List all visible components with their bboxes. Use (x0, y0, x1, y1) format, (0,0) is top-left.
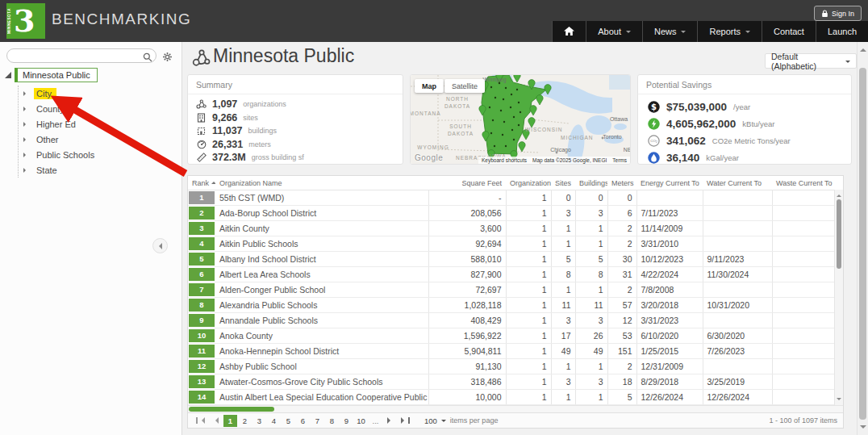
search-icon[interactable] (143, 51, 152, 65)
sidebar: Minnesota Public City County Higher Ed O… (0, 42, 182, 435)
cell-water-current-to: 10/31/2020 (703, 298, 772, 313)
cell-sites: 3 (551, 206, 575, 221)
savings-carbon-value: 341,062 (666, 135, 706, 147)
cell-meters: 12 (607, 313, 636, 328)
scroll-down-arrow[interactable] (837, 398, 841, 403)
map-button[interactable]: Map (415, 79, 444, 93)
terms-link[interactable]: Terms (612, 157, 627, 163)
table-row[interactable]: 10 Anoka County 1,596,922 1 17 26 53 6/1… (188, 328, 835, 344)
col-waste-current-to[interactable]: Waste Current To (772, 176, 835, 190)
google-logo[interactable]: Google (415, 153, 443, 162)
nav-item[interactable]: Reports (697, 21, 762, 42)
map-canvas[interactable]: Winnipeg MONTANA NORTH DAKOTA SOUTH DAKO… (411, 75, 630, 164)
nav-item[interactable]: About (586, 21, 642, 42)
nav-home[interactable] (552, 21, 586, 42)
summary-organizations-unit: organizations (243, 100, 286, 108)
co2-icon: CO2 (648, 135, 660, 147)
rank-badge: 5 (189, 253, 215, 266)
table-row[interactable]: 2 Ada-Borup School District 208,056 1 3 … (188, 206, 835, 221)
meters-icon (196, 140, 207, 149)
next-page-button[interactable] (385, 417, 396, 424)
nav-item[interactable]: Launch (816, 21, 868, 42)
nav-items: About News Reports Contact Launch (586, 21, 868, 42)
chevron-right-icon (23, 107, 28, 111)
table-row[interactable]: 13 Atwater-Cosmos-Grove City Public Scho… (188, 374, 835, 390)
tree-item[interactable]: Other (19, 132, 99, 147)
cell-water-current-to: 3/25/2019 (703, 374, 772, 390)
cell-organizations: 1 (506, 374, 551, 390)
page-number[interactable]: 2 (238, 415, 252, 427)
page-size-value: 100 (424, 416, 437, 425)
tree-item-label: Public Schools (34, 149, 99, 161)
cell-water-current-to: 12/26/2024 (703, 390, 772, 405)
table-row[interactable]: 12 Ashby Public School 91,130 1 1 1 2 12… (188, 359, 835, 374)
nav-item[interactable]: News (642, 21, 698, 42)
tree-item[interactable]: State (19, 162, 99, 178)
page-number[interactable]: 10 (354, 415, 368, 427)
page-number[interactable]: 3 (252, 415, 266, 427)
previous-page-button[interactable] (210, 417, 221, 424)
scroll-up-arrow[interactable] (837, 192, 841, 197)
page-number[interactable]: 6 (296, 415, 310, 427)
page-number[interactable]: 5 (282, 415, 295, 427)
vertical-scroll-thumb[interactable] (837, 199, 841, 269)
page-number[interactable]: 8 (325, 415, 339, 427)
page-scroll-up-arrow[interactable] (860, 45, 866, 52)
page-scroll-down-arrow[interactable] (860, 425, 866, 432)
col-organization-name[interactable]: Organization Name (215, 176, 428, 190)
table-row[interactable]: 6 Albert Lea Area Schools 827,900 1 8 8 … (188, 267, 835, 282)
first-page-button[interactable] (194, 417, 207, 424)
col-square-feet[interactable]: Square Feet (428, 176, 506, 190)
cell-energy-current-to (636, 190, 703, 206)
cell-organizations: 1 (506, 328, 551, 344)
table-row[interactable]: 14 Austin Albert Lea Special Education C… (188, 390, 835, 405)
horizontal-scroll-thumb[interactable] (189, 407, 274, 412)
table-row[interactable]: 8 Alexandria Public Schools 1,028,118 1 … (188, 298, 835, 313)
page-size-dropdown[interactable]: 100 (424, 416, 446, 425)
col-meters[interactable]: Meters (607, 176, 636, 190)
gear-icon[interactable] (162, 51, 173, 65)
tree-item[interactable]: Higher Ed (19, 116, 99, 132)
table-row[interactable]: 9 Annandale Public Schools 408,429 1 3 3… (188, 313, 835, 328)
last-page-button[interactable] (399, 417, 412, 424)
col-sites[interactable]: Sites (551, 176, 575, 190)
satellite-button[interactable]: Satellite (444, 79, 485, 93)
cell-organization-name: Aitkin County (215, 221, 428, 236)
page-number[interactable]: 7 (311, 415, 324, 427)
grid-vertical-scrollbar[interactable] (834, 190, 843, 405)
cell-organization-name: Ashby Public School (215, 359, 428, 374)
page-number[interactable]: ... (369, 415, 382, 427)
cell-meters: 2 (607, 359, 636, 374)
page-number[interactable]: 1 (223, 415, 237, 427)
cell-water-current-to (703, 313, 772, 328)
nav-item[interactable]: Contact (762, 21, 816, 42)
b3-logo[interactable]: MINNESOTA 3 (6, 3, 45, 39)
page-scroll-thumb[interactable] (859, 68, 866, 420)
sign-in-button[interactable]: Sign In (814, 6, 862, 21)
table-row[interactable]: 4 Aitkin Public Schools 92,694 1 1 1 2 3… (188, 236, 835, 252)
sidebar-collapse-handle[interactable] (152, 238, 168, 253)
tree-item[interactable]: City (19, 86, 99, 101)
col-buildings[interactable]: Buildings (575, 176, 607, 190)
col-water-current-to[interactable]: Water Current To (703, 176, 772, 190)
table-row[interactable]: 7 Alden-Conger Public School 72,697 1 1 … (188, 282, 835, 298)
grid-horizontal-scrollbar[interactable] (188, 405, 843, 412)
cell-square-feet: 3,600 (428, 221, 506, 236)
col-rank[interactable]: Rank (188, 176, 215, 190)
tree-item[interactable]: Public Schools (19, 147, 99, 162)
search-input[interactable] (6, 48, 156, 63)
table-row[interactable]: 1 55th CST (WMD) - 1 0 0 0 (188, 190, 835, 206)
col-organizations[interactable]: Organizations (506, 176, 551, 190)
page-scrollbar[interactable] (857, 42, 868, 435)
tree-item[interactable]: County (19, 101, 99, 116)
tree-root-minnesota-public[interactable]: Minnesota Public (5, 68, 98, 82)
sort-dropdown[interactable]: Default (Alphabetic) (765, 53, 857, 69)
table-row[interactable]: 11 Anoka-Hennepin School District 5,904,… (188, 344, 835, 359)
page-number[interactable]: 9 (340, 415, 353, 427)
page-number[interactable]: 4 (267, 415, 281, 427)
table-row[interactable]: 3 Aitkin County 3,600 1 1 1 2 11/14/2009 (188, 221, 835, 236)
col-energy-current-to[interactable]: Energy Current To (636, 176, 703, 190)
cell-energy-current-to: 10/12/2023 (636, 252, 703, 267)
keyboard-shortcuts-link[interactable]: Keyboard shortcuts (482, 157, 527, 163)
table-row[interactable]: 5 Albany Ind School District 588,010 1 5… (188, 252, 835, 267)
